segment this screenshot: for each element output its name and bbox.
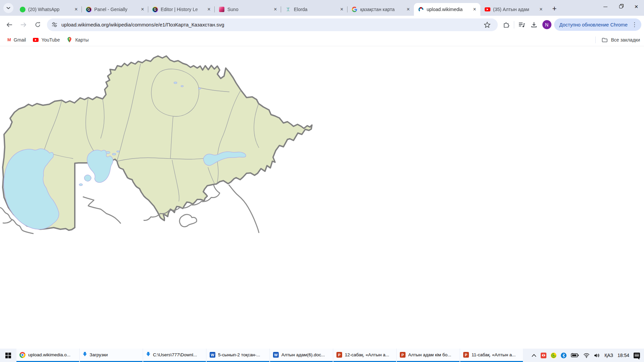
battery-icon[interactable] bbox=[571, 353, 579, 358]
wikimedia-commons-icon bbox=[418, 6, 424, 12]
tab-title: қазақстан карта bbox=[360, 7, 402, 12]
tab-close-icon[interactable]: × bbox=[472, 6, 478, 12]
tab-upload-wikimedia-active[interactable]: upload.wikimedia × bbox=[414, 3, 480, 16]
powerpoint-icon: P bbox=[463, 352, 469, 358]
window-controls: × bbox=[598, 0, 644, 13]
chrome-icon bbox=[19, 352, 25, 358]
bookmark-gmail[interactable]: M Gmail bbox=[4, 35, 29, 45]
gmail-icon: M bbox=[7, 37, 11, 42]
tab-title: upload.wikimedia bbox=[427, 7, 469, 12]
downloads-button[interactable] bbox=[528, 19, 540, 31]
language-indicator[interactable]: ҚАЗ bbox=[604, 353, 613, 358]
bookmark-label: YouTube bbox=[41, 37, 60, 43]
volume-icon[interactable] bbox=[594, 353, 600, 358]
tab-title: Panel - Genially bbox=[94, 7, 137, 12]
youtube-icon bbox=[33, 37, 39, 43]
browser-window: (20) WhatsApp × G Panel - Genially × G E… bbox=[0, 0, 644, 349]
bookmark-maps[interactable]: Карты bbox=[63, 35, 92, 45]
back-button[interactable] bbox=[3, 18, 16, 32]
kazakhstan-map-image bbox=[0, 47, 315, 236]
google-icon bbox=[352, 6, 358, 12]
tab-strip: (20) WhatsApp × G Panel - Genially × G E… bbox=[0, 0, 644, 16]
tray-red-app-icon[interactable] bbox=[541, 353, 546, 358]
tab-close-icon[interactable]: × bbox=[140, 6, 146, 12]
elorda-icon bbox=[285, 6, 291, 12]
tab-whatsapp[interactable]: (20) WhatsApp × bbox=[15, 3, 82, 16]
genially-icon: G bbox=[86, 7, 92, 12]
tabs: (20) WhatsApp × G Panel - Genially × G E… bbox=[15, 3, 547, 16]
forward-button[interactable] bbox=[17, 18, 30, 32]
tab-youtube[interactable]: (35) Алтын адам × bbox=[480, 3, 547, 16]
notification-center-icon[interactable] bbox=[634, 353, 640, 358]
tab-strip-chevron-button[interactable] bbox=[3, 3, 13, 13]
bookmark-youtube[interactable]: YouTube bbox=[29, 35, 63, 45]
taskbar-item-chrome[interactable]: upload.wikimedia.o... bbox=[16, 349, 79, 362]
folder-icon bbox=[602, 38, 607, 42]
tab-elorda[interactable]: Elorda × bbox=[281, 3, 347, 16]
minimize-button[interactable] bbox=[598, 0, 613, 13]
tray-security-app-icon[interactable] bbox=[551, 353, 556, 358]
powerpoint-icon: P bbox=[336, 352, 342, 358]
new-tab-button[interactable]: + bbox=[549, 4, 559, 14]
taskbar-item-powerpoint-1[interactable]: P 12-сабақ. «Алтын а... bbox=[333, 349, 396, 362]
bookmark-star-button[interactable] bbox=[482, 19, 493, 31]
forward-arrow-icon bbox=[20, 22, 26, 27]
taskbar-item-word-2[interactable]: W Алтын адам(6).doc... bbox=[270, 349, 333, 362]
profile-avatar[interactable]: N bbox=[542, 20, 551, 29]
restore-button[interactable] bbox=[613, 0, 629, 13]
tab-title: Editor | History Le bbox=[161, 7, 203, 12]
genially-icon: G bbox=[152, 7, 158, 12]
bookmark-label: Gmail bbox=[14, 37, 26, 43]
tab-close-icon[interactable]: × bbox=[339, 6, 345, 12]
bluetooth-icon[interactable] bbox=[561, 353, 567, 358]
address-bar[interactable]: upload.wikimedia.org/wikipedia/commons/e… bbox=[47, 18, 498, 31]
tab-genially-panel[interactable]: G Panel - Genially × bbox=[82, 3, 148, 16]
bookmarks-bar: M Gmail YouTube Карты Все закладки bbox=[0, 34, 644, 46]
tab-close-icon[interactable]: × bbox=[73, 6, 79, 12]
window-close-button[interactable]: × bbox=[629, 0, 644, 13]
whatsapp-icon bbox=[19, 6, 25, 12]
url-text: upload.wikimedia.org/wikipedia/commons/e… bbox=[61, 22, 224, 27]
extensions-button[interactable] bbox=[500, 19, 512, 31]
taskbar-item-explorer-path[interactable]: C:\Users\777\Downl... bbox=[143, 349, 206, 362]
puzzle-icon bbox=[503, 21, 509, 28]
tab-close-icon[interactable]: × bbox=[206, 6, 212, 12]
taskbar-item-downloads[interactable]: Загрузки bbox=[80, 349, 143, 362]
google-maps-pin-icon bbox=[66, 37, 72, 43]
windows-taskbar: upload.wikimedia.o... Загрузки C:\Users\… bbox=[0, 349, 644, 362]
start-button[interactable] bbox=[0, 349, 16, 362]
taskbar-item-powerpoint-2[interactable]: P Алтын адам кім бо... bbox=[397, 349, 460, 362]
tab-close-icon[interactable]: × bbox=[538, 6, 544, 12]
bookmark-label: Карты bbox=[75, 37, 89, 43]
download-icon bbox=[531, 22, 537, 28]
all-bookmarks-button[interactable]: Все закладки bbox=[595, 37, 640, 43]
browser-toolbar: upload.wikimedia.org/wikipedia/commons/e… bbox=[0, 16, 644, 34]
taskbar-item-word-1[interactable]: W 5-сынып-2 тоқсан-... bbox=[207, 349, 269, 362]
powerpoint-icon: P bbox=[400, 352, 406, 358]
tab-close-icon[interactable]: × bbox=[405, 6, 411, 12]
reload-icon bbox=[35, 22, 41, 27]
download-arrow-icon bbox=[83, 354, 87, 356]
wifi-icon[interactable] bbox=[583, 353, 590, 358]
media-controls-button[interactable] bbox=[516, 19, 528, 31]
youtube-icon bbox=[484, 6, 490, 12]
back-arrow-icon bbox=[6, 22, 12, 27]
chrome-update-button[interactable]: Доступно обновление Chrome ⋮ bbox=[554, 18, 641, 31]
tray-expand-chevron-icon[interactable] bbox=[532, 354, 536, 357]
tab-suno[interactable]: Suno × bbox=[215, 3, 281, 16]
tab-title: (20) WhatsApp bbox=[28, 7, 70, 12]
page-content bbox=[0, 47, 644, 349]
reload-button[interactable] bbox=[31, 18, 44, 32]
chevron-down-icon bbox=[6, 7, 10, 9]
tab-google-search[interactable]: қазақстан карта × bbox=[347, 3, 414, 16]
star-icon bbox=[484, 22, 490, 28]
clock[interactable]: 18:54 bbox=[618, 353, 629, 358]
tab-genially-editor[interactable]: G Editor | History Le × bbox=[148, 3, 215, 16]
chrome-update-label: Доступно обновление Chrome bbox=[559, 22, 628, 27]
taskbar-item-powerpoint-3[interactable]: P 11-сабақ. «Алтын а... bbox=[460, 349, 523, 362]
site-settings-tune-icon bbox=[52, 22, 57, 27]
word-icon: W bbox=[210, 352, 215, 358]
word-icon: W bbox=[273, 352, 279, 358]
tab-close-icon[interactable]: × bbox=[272, 6, 278, 12]
browser-menu-kebab-icon[interactable]: ⋮ bbox=[630, 21, 639, 28]
